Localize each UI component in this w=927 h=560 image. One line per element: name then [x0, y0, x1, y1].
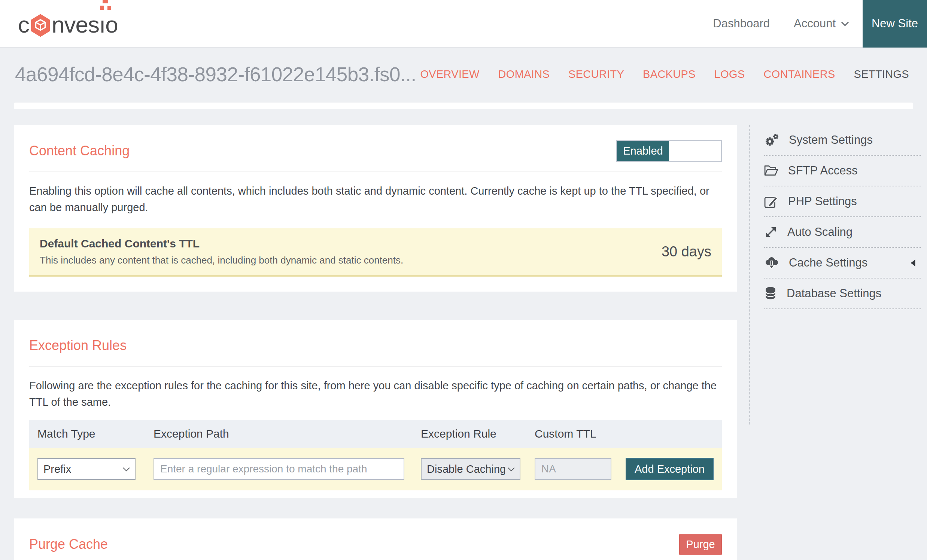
caret-left-icon — [910, 259, 916, 267]
convesio-logo[interactable]: c nves ı o — [18, 14, 118, 34]
tab-settings[interactable]: SETTINGS — [854, 68, 909, 80]
sidebar-item-auto-scaling[interactable]: Auto Scaling — [764, 217, 921, 248]
tab-logs[interactable]: LOGS — [714, 68, 745, 80]
expand-arrows-icon — [764, 225, 778, 239]
sidebar-item-database-settings[interactable]: Database Settings — [764, 279, 921, 309]
page-head: 4a694fcd-8e4c-4f38-8932-f61022e145b3.fs0… — [0, 48, 927, 100]
site-tabs: OVERVIEW DOMAINS SECURITY BACKUPS LOGS C… — [420, 68, 909, 80]
table-header-row: Match Type Exception Path Exception Rule… — [29, 420, 722, 448]
database-icon — [764, 286, 777, 300]
site-title: 4a694fcd-8e4c-4f38-8932-f61022e145b3.fs0… — [15, 63, 416, 86]
add-exception-button[interactable]: Add Exception — [626, 458, 714, 480]
col-header-custom-ttl: Custom TTL — [535, 428, 611, 440]
sidebar-item-php-settings[interactable]: PHP Settings — [764, 187, 921, 217]
settings-sidebar: System Settings SFTP Access PHP Settings — [749, 125, 921, 425]
exception-rules-description: Following are the exception rules for th… — [29, 377, 722, 410]
divider — [29, 366, 722, 367]
sidebar-item-label: Auto Scaling — [787, 225, 853, 239]
tab-domains[interactable]: DOMAINS — [498, 68, 550, 80]
content-caching-title: Content Caching — [29, 143, 129, 159]
content-caching-toggle[interactable]: Enabled — [616, 140, 722, 162]
ttl-box-description: This includes any content that is cached… — [40, 255, 403, 266]
top-bar: c nves ı o Dashboard Account Ne — [0, 0, 927, 48]
sidebar-item-label: Database Settings — [787, 287, 881, 300]
folder-open-icon — [764, 164, 778, 177]
purge-cache-card: Purge Cache Purge — [14, 519, 737, 560]
purge-cache-title: Purge Cache — [29, 536, 108, 552]
ttl-highlight-box: Default Cached Content's TTL This includ… — [29, 228, 722, 277]
sidebar-item-system-settings[interactable]: System Settings — [764, 125, 921, 156]
logo-dot-square — [103, 0, 108, 3]
toggle-enabled-label: Enabled — [617, 141, 669, 161]
custom-ttl-input[interactable] — [535, 458, 611, 480]
sidebar-item-sftp-access[interactable]: SFTP Access — [764, 156, 921, 187]
exception-rules-title: Exception Rules — [29, 338, 126, 354]
exception-path-input[interactable] — [153, 458, 404, 480]
sidebar-item-label: PHP Settings — [788, 195, 857, 208]
tab-security[interactable]: SECURITY — [568, 68, 624, 80]
sidebar-item-cache-settings[interactable]: Cache Settings — [764, 248, 921, 279]
ttl-value: 30 days — [661, 244, 711, 260]
exception-rules-table: Match Type Exception Path Exception Rule… — [29, 420, 722, 490]
settings-content: Content Caching Enabled Enabling this op… — [14, 125, 737, 560]
purge-button[interactable]: Purge — [679, 534, 722, 555]
nav-account-menu[interactable]: Account — [794, 17, 849, 30]
logo-letter-i: ı — [99, 16, 105, 34]
chevron-down-icon — [841, 21, 849, 26]
content-caching-description: Enabling this option will cache all cont… — [29, 183, 722, 216]
top-nav: Dashboard Account — [713, 17, 849, 30]
tab-containers[interactable]: CONTAINERS — [764, 68, 835, 80]
exception-rule-select[interactable]: Disable Caching — [421, 458, 520, 480]
tab-overview[interactable]: OVERVIEW — [420, 68, 479, 80]
edit-icon — [764, 194, 778, 208]
match-type-select[interactable]: Prefix — [38, 458, 135, 480]
sidebar-item-label: System Settings — [789, 133, 873, 147]
ttl-box-title: Default Cached Content's TTL — [40, 237, 403, 250]
nav-dashboard-link[interactable]: Dashboard — [713, 17, 770, 30]
col-header-exception-path: Exception Path — [153, 428, 404, 440]
divider — [29, 171, 722, 172]
logo-dot-square — [100, 6, 104, 10]
sidebar-item-label: SFTP Access — [788, 164, 858, 178]
logo-text-pre: c — [18, 16, 29, 34]
header-strip — [14, 103, 913, 109]
col-header-exception-rule: Exception Rule — [421, 428, 520, 440]
new-site-button[interactable]: New Site — [863, 0, 927, 47]
gears-icon — [764, 133, 779, 147]
convesio-hexcube-icon — [30, 14, 51, 38]
logo-text-mid: nves — [52, 16, 99, 34]
add-exception-row: Prefix Disable Caching — [29, 448, 722, 490]
logo-text-end: o — [105, 16, 117, 34]
cloud-download-icon — [764, 256, 779, 270]
tab-backups[interactable]: BACKUPS — [643, 68, 696, 80]
main-area: Content Caching Enabled Enabling this op… — [0, 125, 927, 560]
exception-rules-card: Exception Rules Following are the except… — [14, 320, 737, 498]
col-header-match-type: Match Type — [38, 428, 135, 440]
content-caching-card: Content Caching Enabled Enabling this op… — [14, 125, 737, 291]
sidebar-item-label: Cache Settings — [789, 256, 868, 270]
logo-dot-square — [108, 6, 111, 10]
